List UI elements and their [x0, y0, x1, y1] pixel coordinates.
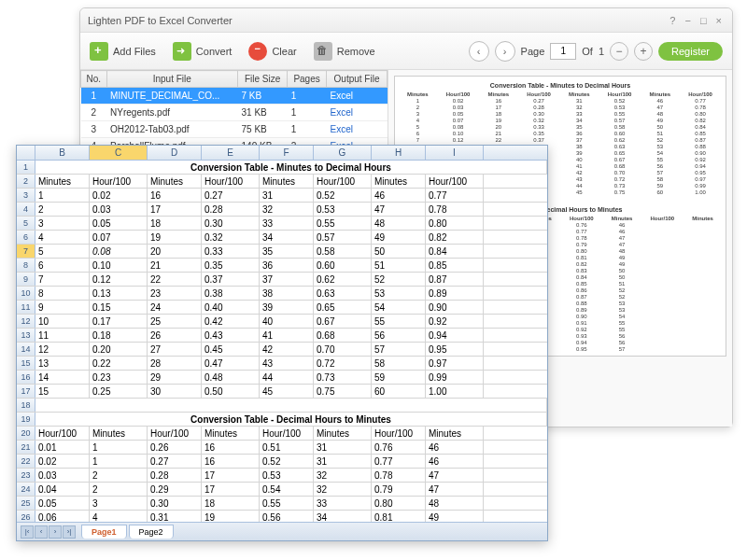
cell[interactable]: 0.10	[90, 259, 148, 272]
cell[interactable]: 0.03	[35, 469, 90, 482]
row-header[interactable]: 23	[17, 469, 35, 482]
cell[interactable]: 1.00	[426, 385, 484, 398]
cell[interactable]: 39	[260, 301, 314, 314]
col-header[interactable]: E	[202, 146, 260, 160]
cell[interactable]: 1	[35, 189, 90, 202]
cell[interactable]: 59	[372, 371, 426, 384]
cell[interactable]: 0.20	[90, 343, 148, 356]
cell[interactable]: 33	[314, 497, 372, 510]
cell[interactable]: 0.05	[35, 497, 90, 510]
zoom-out-button[interactable]: −	[610, 42, 628, 61]
row-header[interactable]: 19	[17, 413, 35, 426]
cell[interactable]: 0.25	[90, 385, 148, 398]
minimize-icon[interactable]: −	[682, 15, 693, 26]
row-header[interactable]: 8	[17, 259, 35, 272]
cell[interactable]: 0.12	[90, 273, 148, 286]
cell[interactable]: 0.23	[90, 371, 148, 384]
cell[interactable]: 26	[148, 329, 202, 342]
cell[interactable]: 0.32	[202, 231, 260, 244]
cell[interactable]: 0.55	[260, 497, 314, 510]
cell[interactable]: 0.02	[35, 455, 90, 468]
cell[interactable]: 0.17	[90, 315, 148, 328]
cell[interactable]: 0.85	[426, 259, 484, 272]
cell[interactable]: 33	[260, 217, 314, 230]
cell[interactable]: 41	[260, 329, 314, 342]
cell[interactable]: 0.54	[260, 483, 314, 496]
cell[interactable]: 21	[148, 259, 202, 272]
cell[interactable]: 0.95	[426, 343, 484, 356]
row-header[interactable]: 24	[17, 483, 35, 496]
cell[interactable]: 0.08	[90, 245, 148, 258]
cell[interactable]: 0.28	[148, 469, 202, 482]
row-header[interactable]: 14	[17, 343, 35, 356]
cell[interactable]: 0.55	[314, 217, 372, 230]
cell[interactable]: 0.56	[260, 511, 314, 522]
cell[interactable]: 46	[372, 189, 426, 202]
cell[interactable]: Hour/100	[202, 175, 260, 188]
row-header[interactable]: 9	[17, 273, 35, 286]
col-pages[interactable]: Pages	[288, 71, 327, 88]
cell[interactable]: Minutes	[372, 175, 426, 188]
help-icon[interactable]: ?	[667, 15, 678, 26]
cell[interactable]: 0.07	[90, 231, 148, 244]
cell[interactable]: 0.18	[90, 329, 148, 342]
row-header[interactable]: 20	[17, 427, 35, 440]
cell[interactable]: Minutes	[426, 427, 484, 440]
cell[interactable]: 0.73	[314, 371, 372, 384]
sheet-tab-page2[interactable]: Page2	[129, 525, 174, 539]
register-button[interactable]: Register	[658, 42, 723, 61]
cell[interactable]: 0.48	[202, 371, 260, 384]
cell[interactable]: 22	[148, 273, 202, 286]
cell[interactable]: 0.70	[314, 343, 372, 356]
cell[interactable]: Minutes	[35, 175, 90, 188]
cell[interactable]: 27	[148, 343, 202, 356]
cell[interactable]: Minutes	[202, 427, 260, 440]
cell[interactable]: 0.30	[148, 497, 202, 510]
cell[interactable]: 0.89	[426, 287, 484, 300]
cell[interactable]: 0.29	[148, 483, 202, 496]
cell[interactable]: 34	[260, 231, 314, 244]
cell[interactable]: 2	[90, 469, 148, 482]
row-header[interactable]: 4	[17, 203, 35, 216]
cell[interactable]: 0.62	[314, 273, 372, 286]
cell[interactable]: 0.78	[426, 203, 484, 216]
row-header[interactable]: 12	[17, 315, 35, 328]
cell[interactable]: Hour/100	[426, 175, 484, 188]
cell[interactable]: 46	[426, 441, 484, 454]
cell[interactable]: 42	[260, 343, 314, 356]
cell[interactable]: 1	[90, 455, 148, 468]
cell[interactable]: 17	[148, 203, 202, 216]
cell[interactable]: 0.60	[314, 259, 372, 272]
tab-nav-prev[interactable]: ‹	[35, 525, 48, 539]
col-header[interactable]: I	[426, 146, 484, 160]
cell[interactable]: 18	[148, 217, 202, 230]
cell[interactable]: 37	[260, 273, 314, 286]
cell[interactable]: 20	[148, 245, 202, 258]
cell[interactable]: 8	[35, 287, 90, 300]
cell[interactable]: 0.22	[90, 357, 148, 370]
cell[interactable]: 18	[202, 497, 260, 510]
cell[interactable]: 16	[202, 441, 260, 454]
cell[interactable]: 0.52	[260, 455, 314, 468]
cell[interactable]: 48	[372, 217, 426, 230]
col-input[interactable]: Input File	[106, 71, 237, 88]
cell[interactable]: 49	[372, 231, 426, 244]
cell[interactable]: 0.03	[90, 203, 148, 216]
cell[interactable]: 58	[372, 357, 426, 370]
cell[interactable]: 0.26	[148, 441, 202, 454]
cell[interactable]: 0.52	[314, 189, 372, 202]
cell[interactable]: 0.63	[314, 287, 372, 300]
cell[interactable]: 0.35	[202, 259, 260, 272]
cell[interactable]: 12	[35, 343, 90, 356]
cell[interactable]: 2	[35, 203, 90, 216]
cell[interactable]: 0.84	[426, 245, 484, 258]
file-row[interactable]: 1MINUTE_DECIMAL_CO...7 KB1Excel	[81, 88, 388, 105]
cell[interactable]: 35	[260, 245, 314, 258]
prev-page-button[interactable]: ‹	[469, 41, 489, 62]
cell[interactable]: 0.87	[426, 273, 484, 286]
page-input[interactable]	[550, 43, 576, 60]
cell[interactable]: 0.82	[426, 231, 484, 244]
cell[interactable]: 15	[35, 385, 90, 398]
row-header[interactable]: 22	[17, 455, 35, 468]
cell[interactable]: 56	[372, 329, 426, 342]
